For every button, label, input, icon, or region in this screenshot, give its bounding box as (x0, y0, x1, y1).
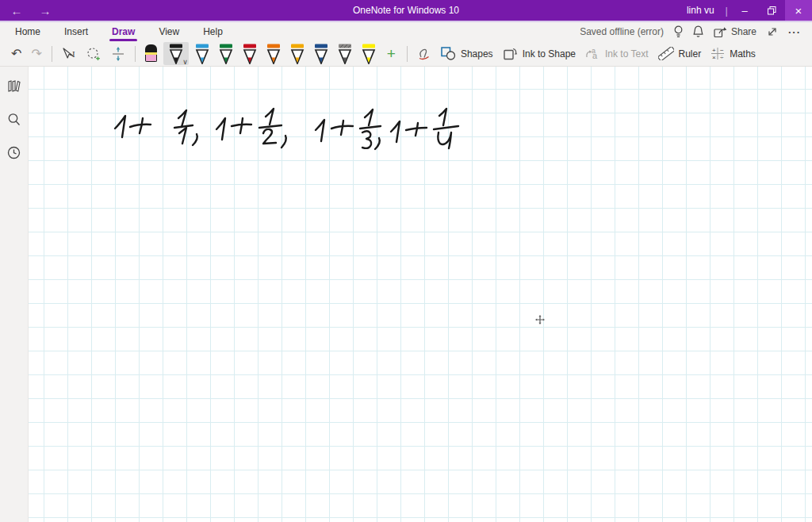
tab-help[interactable]: Help (191, 22, 235, 41)
draw-with-touch-button[interactable] (412, 44, 436, 63)
forward-button[interactable]: → (35, 1, 56, 20)
titlebar-right: linh vu | – × (687, 0, 812, 21)
tell-me-button[interactable] (674, 25, 683, 38)
shapes-label: Shapes (461, 48, 493, 59)
back-button[interactable]: ← (6, 1, 27, 20)
maths-button[interactable]: + − × ÷ Maths (706, 44, 760, 63)
share-button[interactable]: Share (714, 26, 756, 38)
tab-view[interactable]: View (147, 22, 191, 41)
maximize-button[interactable] (758, 0, 785, 21)
share-label: Share (731, 26, 756, 37)
menubar-right: Saved offline (error) (580, 25, 812, 38)
svg-text:a: a (592, 51, 598, 60)
svg-text:×: × (712, 54, 716, 60)
move-cursor-icon (535, 315, 545, 324)
red-pen[interactable] (239, 42, 260, 65)
shapes-icon (441, 47, 456, 60)
menu-tabs: Home Insert Draw View Help (0, 22, 235, 41)
toolbar-divider (52, 46, 52, 62)
nav-arrows: ← → (0, 1, 56, 20)
ribbon-menubar: Home Insert Draw View Help Saved offline… (0, 22, 812, 41)
ink-to-shape-button[interactable]: Ink to Shape (498, 44, 580, 63)
pencil-icon (337, 44, 353, 64)
svg-text:+: + (712, 47, 716, 54)
toolbar-divider (407, 46, 408, 62)
tab-insert[interactable]: Insert (52, 22, 100, 41)
share-icon (714, 26, 727, 38)
shapes-button[interactable]: Shapes (436, 44, 498, 63)
insert-space-icon (111, 47, 125, 61)
ruler-icon (658, 47, 674, 60)
svg-text:I: I (72, 49, 75, 59)
ink-to-shape-icon (503, 47, 518, 60)
ink-to-text-label: Ink to Text (605, 48, 648, 59)
select-cursor-icon: I (62, 48, 77, 60)
insert-space-button[interactable] (106, 44, 130, 63)
black-pen-icon (168, 44, 184, 64)
draw-toolbar: ↶ ↷ I (0, 41, 812, 67)
more-options-button[interactable]: ··· (788, 26, 801, 38)
gold-pen[interactable] (287, 42, 308, 65)
search-icon (7, 113, 21, 126)
add-pen-button[interactable]: + (381, 46, 402, 61)
green-pen-icon (218, 44, 234, 64)
gold-pen-icon (289, 44, 305, 64)
pencil[interactable] (335, 42, 355, 65)
maths-icon: + − × ÷ (710, 47, 725, 60)
lasso-select-button[interactable] (82, 44, 106, 63)
notifications-button[interactable] (693, 25, 703, 38)
lasso-select-icon (86, 47, 102, 60)
redo-button[interactable]: ↷ (26, 45, 46, 63)
lightbulb-icon (674, 25, 683, 38)
restore-icon (768, 6, 776, 15)
undo-icon: ↶ (11, 48, 21, 60)
onenote-window: ← → OneNote for Windows 10 linh vu | – ×… (0, 0, 812, 522)
red-pen-icon (242, 44, 258, 64)
pen-strip: ∨ (163, 42, 379, 65)
eraser-icon (145, 44, 157, 63)
ruler-label: Ruler (679, 48, 702, 59)
content-area (0, 67, 812, 522)
sync-status: Saved offline (error) (580, 26, 664, 37)
notebooks-button[interactable] (3, 75, 25, 97)
maths-label: Maths (730, 48, 756, 59)
light-blue-pen[interactable] (192, 42, 213, 65)
dark-blue-pen[interactable] (311, 42, 331, 65)
recent-notes-button[interactable] (3, 141, 25, 163)
orange-pen-icon (266, 44, 282, 64)
orange-pen[interactable] (263, 42, 284, 65)
minimize-button[interactable]: – (731, 0, 758, 21)
titlebar-separator: | (726, 5, 728, 17)
eraser-button[interactable] (140, 42, 162, 65)
ink-to-text-button: a a Ink to Text (580, 44, 653, 63)
ellipsis-icon: ··· (788, 26, 801, 38)
ruler-button[interactable]: Ruler (653, 44, 707, 63)
select-objects-button[interactable]: I (57, 45, 82, 63)
search-button[interactable] (3, 108, 25, 130)
signed-in-user[interactable]: linh vu (687, 5, 714, 16)
black-pen[interactable]: ∨ (163, 42, 189, 65)
ink-to-shape-label: Ink to Shape (523, 48, 576, 59)
handwritten-ink (29, 67, 811, 522)
draw-with-touch-icon (417, 47, 431, 60)
svg-text:÷: ÷ (720, 54, 724, 60)
notebooks-icon (6, 79, 21, 93)
fullscreen-button[interactable] (767, 26, 778, 37)
yellow-highlighter[interactable] (358, 42, 379, 65)
pen-options-chevron-icon[interactable]: ∨ (182, 58, 188, 66)
bell-icon (693, 25, 703, 38)
close-button[interactable]: × (785, 0, 812, 21)
toolbar-divider (135, 46, 136, 62)
undo-button[interactable]: ↶ (6, 45, 26, 63)
tab-draw[interactable]: Draw (100, 22, 147, 41)
light-blue-pen-icon (194, 44, 210, 64)
ink-to-text-icon: a a (585, 47, 600, 60)
expand-icon (767, 26, 778, 37)
redo-icon: ↷ (31, 48, 41, 60)
green-pen[interactable] (216, 42, 236, 65)
titlebar: ← → OneNote for Windows 10 linh vu | – × (0, 0, 812, 22)
yellow-highlighter-icon (361, 44, 377, 64)
page-canvas[interactable] (29, 67, 812, 522)
tab-home[interactable]: Home (3, 22, 52, 41)
recent-notes-icon (7, 146, 21, 159)
